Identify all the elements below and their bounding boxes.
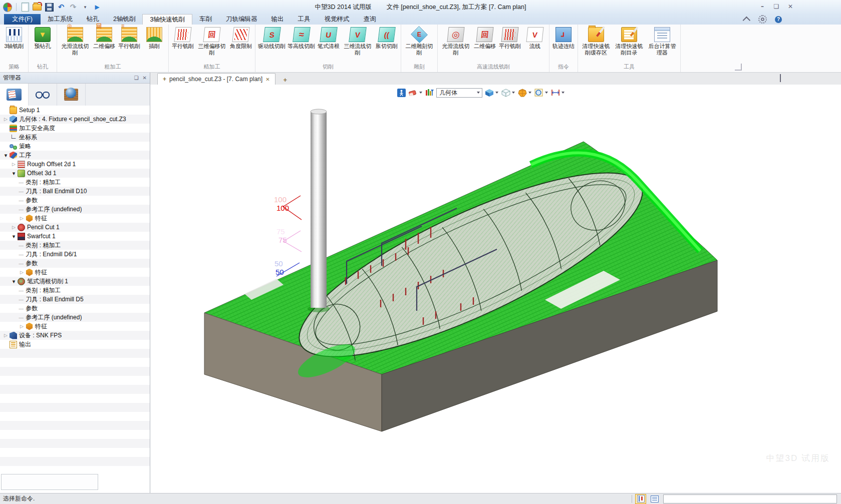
dropdown-arrow-icon[interactable] (512, 92, 515, 94)
button-pencil-cut[interactable]: 笔式清根 (316, 25, 341, 50)
tree-item-rough-offset[interactable]: Rough Offset 2d 1 (0, 160, 150, 169)
tree-item-swarfcut[interactable]: Swarfcut 1 (0, 232, 150, 241)
expander-collapsed-icon[interactable] (3, 117, 9, 122)
expander-collapsed-icon[interactable] (19, 270, 25, 275)
pick-filter-icon[interactable] (425, 88, 434, 97)
tree-item-tool[interactable]: 刀具 : Endmill D6/1 (0, 250, 150, 259)
dropdown-arrow-icon[interactable] (495, 92, 498, 94)
expander-expanded-icon[interactable] (3, 152, 9, 159)
tab-close-icon[interactable] (265, 76, 269, 83)
status-readout-field[interactable] (663, 494, 837, 503)
menu-tab-visual-style[interactable]: 视觉样式 (317, 14, 356, 25)
menu-tab-tools[interactable]: 工具 (291, 14, 317, 25)
document-tab[interactable]: pencil_shoe_cut.Z3 - [7. Cam plan] (157, 73, 275, 85)
button-clear-cache[interactable]: 清理快速铣削缓存区 (580, 25, 613, 57)
erase-blank-icon[interactable] (408, 89, 423, 97)
close-button[interactable] (786, 2, 795, 11)
tree-item-parameters[interactable]: 参数 (0, 259, 150, 268)
redo-icon[interactable]: ↷ (69, 3, 78, 12)
render-mode-icon[interactable] (517, 88, 532, 98)
new-file-icon[interactable] (21, 3, 30, 12)
menu-tab-file[interactable]: 文件(F) (4, 14, 41, 25)
quick-access-dropdown-icon[interactable]: ▾ (81, 3, 90, 12)
button-engrave-2d-cut[interactable]: 二维雕刻切削 (403, 25, 436, 57)
expander-collapsed-icon[interactable] (3, 333, 9, 338)
button-hsm-flowline[interactable]: 流线 (522, 25, 547, 50)
zoom-preview-icon[interactable] (534, 88, 548, 98)
wireframe-display-icon[interactable] (501, 88, 515, 98)
tree-item-tool[interactable]: 刀具 : Ball Endmill D5 (0, 295, 150, 304)
tree-item-strategy[interactable]: 策略 (0, 142, 150, 151)
button-offset-2d[interactable]: 二维偏移 (92, 25, 117, 50)
open-file-icon[interactable] (33, 3, 42, 12)
tree-item-features[interactable]: 特征 (0, 214, 150, 223)
tree-item-offset-3d[interactable]: Offset 3d 1 (0, 169, 150, 178)
menu-tab-3axis-quick-mill[interactable]: 3轴快速铣削 (142, 14, 192, 25)
tree-item-class[interactable]: 类别 : 精加工 (0, 178, 150, 187)
expander-collapsed-icon[interactable] (19, 324, 25, 329)
tab-cam-manager[interactable] (0, 84, 29, 106)
panel-close-icon[interactable]: ✕ (143, 75, 147, 81)
tree-item-pencil-cut[interactable]: Pencil Cut 1 (0, 223, 150, 232)
expander-collapsed-icon[interactable] (11, 225, 17, 230)
button-hsm-parallel[interactable]: 平行铣削 (497, 25, 522, 50)
tree-item-ref-op[interactable]: 参考工序 (undefined) (0, 313, 150, 322)
button-angle-limit[interactable]: 角度限制 (228, 25, 253, 50)
button-hsm-smooth-flowline[interactable]: 光滑流线切削 (439, 25, 472, 57)
save-icon[interactable] (45, 3, 54, 12)
help-icon[interactable]: ? (775, 16, 782, 23)
tree-item-output[interactable]: 输出 (0, 340, 150, 349)
tabbar-chevron-icon[interactable] (780, 74, 781, 82)
panel-restore-icon[interactable]: ❏ (134, 75, 139, 81)
walkthrough-icon[interactable] (397, 88, 406, 98)
dialog-launcher-icon[interactable] (735, 64, 742, 71)
tree-item-operations[interactable]: 工序 (0, 151, 150, 160)
dimension-display-icon[interactable] (550, 89, 565, 97)
expander-expanded-icon[interactable] (11, 278, 17, 285)
tree-item-features[interactable]: 特征 (0, 322, 150, 331)
expander-collapsed-icon[interactable] (19, 216, 25, 221)
menu-tab-turning[interactable]: 车削 (192, 14, 219, 25)
dropdown-arrow-icon[interactable] (545, 92, 548, 94)
tree-item-setup[interactable]: Setup 1 (0, 106, 150, 115)
expander-collapsed-icon[interactable] (11, 162, 17, 167)
tree-item-pencil-root-cut[interactable]: 笔式清根切削 1 (0, 277, 150, 286)
button-drive-curve-cut[interactable]: 驱动线切削 (257, 25, 287, 50)
tree-item-machine[interactable]: 设备 : SNK FPS (0, 331, 150, 340)
menu-tab-machining-system[interactable]: 加工系统 (41, 14, 80, 25)
restore-button[interactable] (772, 2, 781, 11)
button-hsm-offset-2d[interactable]: 二维偏移 (472, 25, 497, 50)
output-log-toggle[interactable] (649, 494, 660, 504)
tab-visual-manager[interactable] (29, 84, 57, 106)
menu-tab-inquire[interactable]: 查询 (356, 14, 383, 25)
shaded-display-icon[interactable] (484, 88, 499, 98)
entity-filter-select[interactable]: 几何体 (436, 88, 482, 98)
play-icon[interactable]: ▶ (93, 3, 102, 12)
button-background-calc-manager[interactable]: 后台计算管理器 (646, 25, 679, 57)
button-pre-drill[interactable]: 预钻孔 (30, 25, 55, 50)
tab-render-manager[interactable] (57, 84, 86, 106)
tree-item-clearance[interactable]: 加工安全高度 (0, 124, 150, 133)
button-zlevel-cut[interactable]: 等高线切削 (287, 25, 316, 50)
expander-expanded-icon[interactable] (11, 233, 17, 240)
tree-item-tool[interactable]: 刀具 : Ball Endmill D10 (0, 187, 150, 196)
tree-item-features[interactable]: 特征 (0, 268, 150, 277)
button-parallel-mill-rough[interactable]: 平行铣削 (117, 25, 142, 50)
tree-item-geometry[interactable]: 几何体 : 4. Fixture < pencil_shoe_cut.Z3 (0, 115, 150, 124)
tree-item-class[interactable]: 类别 : 精加工 (0, 241, 150, 250)
toolpath-display-toggle[interactable] (635, 494, 646, 504)
tree-item-parameters[interactable]: 参数 (0, 196, 150, 205)
tree-item-frame[interactable]: 坐标系 (0, 133, 150, 142)
button-clear-directory[interactable]: 清理快速铣削目录 (613, 25, 646, 57)
app-logo-icon[interactable] (3, 3, 12, 12)
tree-item-class[interactable]: 类别 : 精加工 (0, 286, 150, 295)
button-flowline-3d-cut[interactable]: 三维流线切削 (341, 25, 374, 57)
minimize-button[interactable] (758, 2, 767, 11)
button-offset-3d-cut[interactable]: 三维偏移切削 (195, 25, 228, 57)
collapse-ribbon-icon[interactable] (743, 17, 751, 25)
menu-tab-drilling[interactable]: 钻孔 (80, 14, 106, 25)
new-tab-button[interactable]: + (281, 75, 291, 85)
button-plunge-cut[interactable]: 插削 (142, 25, 167, 50)
dropdown-arrow-icon[interactable] (419, 92, 422, 94)
tree-item-parameters[interactable]: 参数 (0, 304, 150, 313)
